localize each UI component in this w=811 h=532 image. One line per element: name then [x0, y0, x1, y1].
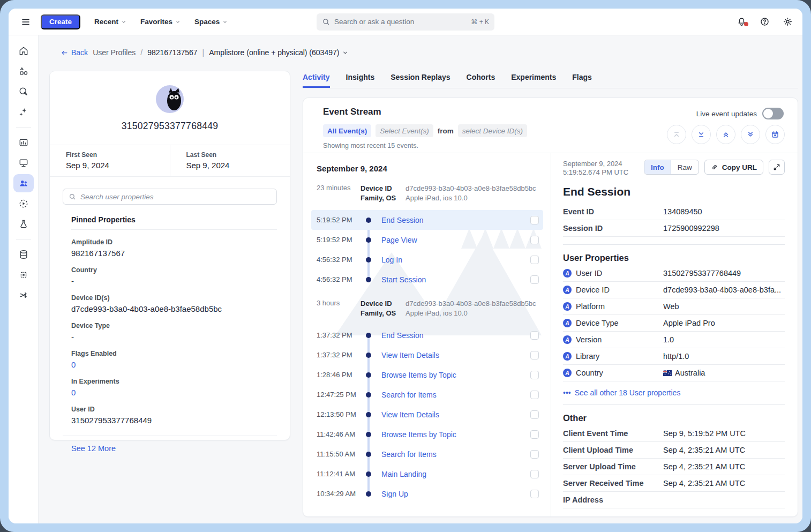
scroll-to-bottom-button[interactable] [692, 125, 711, 144]
see-all-properties-link[interactable]: ••• See all other 18 User properties [563, 388, 785, 397]
all-events-filter[interactable]: All Event(s) [323, 124, 371, 137]
event-name-link[interactable]: End Session [381, 216, 424, 224]
event-name-link[interactable]: Search for Items [381, 391, 437, 399]
event-name-link[interactable]: End Session [381, 331, 424, 340]
tab[interactable]: Insights [346, 73, 375, 88]
raw-tab[interactable]: Raw [671, 160, 699, 174]
event-time: 1:37:32 PM [317, 331, 361, 339]
pinned-property: Amplitude ID 982167137567 [71, 238, 277, 258]
sidebar-item-home[interactable] [13, 42, 34, 60]
event-row[interactable]: 12:47:25 PM Search for Items [311, 385, 543, 404]
session-duration: 23 minutes [317, 184, 361, 193]
live-event-updates-toggle[interactable] [762, 108, 784, 119]
sidebar-item-dashboards[interactable] [13, 154, 34, 172]
event-checkbox[interactable] [530, 256, 539, 264]
event-name-link[interactable]: View Item Details [381, 351, 439, 359]
event-checkbox[interactable] [530, 450, 539, 459]
global-search[interactable]: ⌘ + K [317, 13, 494, 31]
sidebar-item-ai-sparkles[interactable] [13, 103, 34, 121]
sidebar-item-users[interactable] [13, 174, 34, 192]
event-name-link[interactable]: Main Landing [381, 470, 426, 478]
sidebar-item-objects[interactable] [13, 62, 34, 80]
event-checkbox[interactable] [530, 275, 539, 284]
tab[interactable]: Cohorts [467, 73, 495, 88]
property-value: 0 [71, 388, 277, 397]
event-checkbox[interactable] [530, 216, 539, 224]
event-row[interactable]: 12:13:50 PM View Item Details [311, 404, 543, 424]
event-checkbox[interactable] [530, 236, 539, 244]
event-row[interactable]: 1:37:32 PM View Item Details [311, 345, 543, 365]
nav-menu-item[interactable]: Spaces [194, 18, 228, 26]
see-more-link[interactable]: See 12 More [71, 444, 116, 453]
event-row[interactable]: 11:42:46 AM Browse Items by Topic [311, 424, 543, 444]
event-checkbox[interactable] [530, 490, 539, 498]
back-link[interactable]: Back [61, 48, 88, 57]
event-checkbox[interactable] [530, 351, 539, 359]
event-row[interactable]: 1:28:46 PM Browse Items by Topic [311, 365, 543, 385]
notifications-bell-icon[interactable] [737, 17, 747, 27]
help-icon[interactable] [760, 17, 770, 27]
property-label: User ID [71, 406, 277, 413]
project-selector[interactable]: Amplistore (online + physical) (603497) [209, 48, 348, 57]
sidebar-item-charts[interactable] [13, 133, 34, 152]
event-name-link[interactable]: View Item Details [381, 410, 439, 419]
event-row[interactable]: 11:12:41 AM Main Landing [311, 464, 543, 484]
event-name-link[interactable]: Search for Items [381, 450, 437, 459]
scroll-to-top-button[interactable] [667, 125, 686, 144]
nav-menu-item[interactable]: Recent [94, 18, 126, 26]
event-checkbox[interactable] [530, 410, 539, 419]
event-checkbox[interactable] [530, 391, 539, 399]
first-seen: First Seen Sep 9, 2024 [50, 145, 170, 176]
jump-down-button[interactable] [741, 125, 760, 144]
copy-url-button[interactable]: Copy URL [704, 160, 763, 175]
event-name-link[interactable]: Browse Items by Topic [381, 371, 456, 379]
select-events-filter[interactable]: Select Event(s) [376, 124, 433, 137]
event-name-link[interactable]: Browse Items by Topic [381, 430, 456, 439]
expand-button[interactable] [769, 160, 785, 175]
australia-flag-icon [663, 370, 672, 376]
hamburger-menu-icon[interactable] [18, 14, 33, 29]
sidebar-item-session-replay[interactable] [13, 194, 34, 213]
user-property-row: A Version 1.0 [563, 332, 785, 348]
search-input[interactable] [334, 18, 467, 26]
user-properties-search[interactable] [63, 189, 277, 205]
tab[interactable]: Flags [572, 73, 592, 88]
sidebar-item-integrations[interactable] [13, 266, 34, 284]
sidebar-item-data[interactable] [13, 245, 34, 264]
event-row[interactable]: 5:19:52 PM Page View [311, 230, 543, 250]
event-row[interactable]: 11:15:50 AM Search for Items [311, 444, 543, 464]
event-row[interactable]: 10:34:29 AM Sign Up [311, 484, 543, 504]
tab[interactable]: Experiments [511, 73, 556, 88]
event-name-link[interactable]: Page View [381, 236, 417, 244]
event-checkbox[interactable] [530, 371, 539, 379]
jump-up-button[interactable] [716, 125, 735, 144]
event-row[interactable]: 5:19:52 PM End Session [311, 210, 543, 230]
section-divider [563, 244, 785, 245]
settings-gear-icon[interactable] [783, 17, 793, 27]
timeline-dot-icon [366, 237, 371, 243]
sidebar-item-flows[interactable] [13, 286, 34, 304]
event-name-link[interactable]: Log In [381, 256, 402, 264]
nav-menu-item[interactable]: Favorites [140, 18, 181, 26]
select-device-ids-filter[interactable]: select Device ID(s) [458, 124, 527, 137]
event-checkbox[interactable] [530, 470, 539, 478]
event-row[interactable]: 4:56:32 PM Log In [311, 250, 543, 269]
event-name-link[interactable]: Start Session [381, 275, 426, 284]
pinned-properties-title: Pinned Properties [71, 215, 277, 230]
user-properties-search-input[interactable] [80, 193, 271, 201]
event-name-link[interactable]: Sign Up [381, 490, 408, 498]
event-row[interactable]: 1:37:32 PM End Session [311, 325, 543, 345]
create-button[interactable]: Create [41, 14, 80, 29]
tab[interactable]: Session Replays [391, 73, 450, 88]
event-checkbox[interactable] [530, 430, 539, 439]
event-row[interactable]: 4:56:32 PM Start Session [311, 269, 543, 289]
breadcrumb-section[interactable]: User Profiles [93, 48, 136, 57]
event-checkbox[interactable] [530, 331, 539, 340]
sidebar-item-click-target[interactable] [13, 83, 34, 101]
calendar-button[interactable] [765, 125, 785, 144]
avatar [156, 85, 184, 113]
tab[interactable]: Activity [303, 73, 330, 88]
session-device-id: d7cde993-b3a0-4b03-a0e8-b3fae58db5bc [406, 184, 543, 193]
info-tab[interactable]: Info [644, 160, 671, 174]
sidebar-item-experiments[interactable] [13, 215, 34, 233]
